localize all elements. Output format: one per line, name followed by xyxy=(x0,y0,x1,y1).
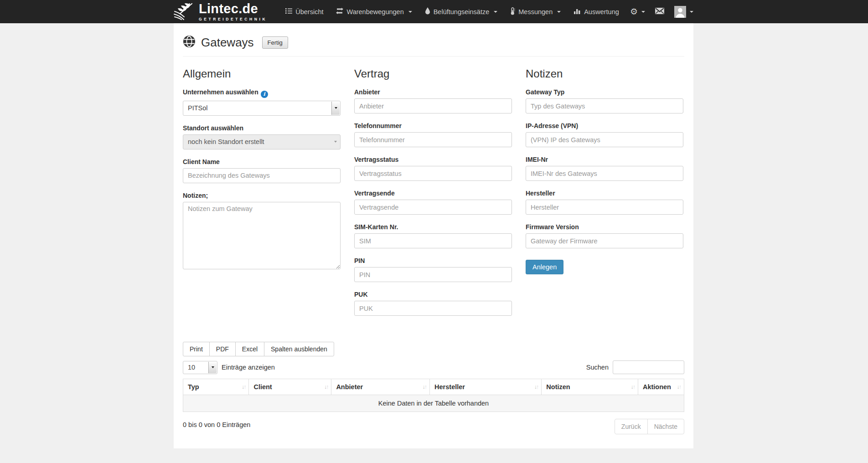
telefonnummer-field[interactable] xyxy=(354,132,512,147)
vertragsende-field[interactable] xyxy=(354,200,512,215)
vertragsende-label: Vertragsende xyxy=(354,190,512,197)
sim-karten-label: SIM-Karten Nr. xyxy=(354,223,512,231)
company-label-text: Unternehmen auswählen xyxy=(183,88,258,96)
nav-item-messungen[interactable]: Messungen xyxy=(504,0,567,23)
exchange-icon xyxy=(336,8,343,15)
hide-columns-button[interactable]: Spalten ausblenden xyxy=(264,342,334,356)
puk-field[interactable] xyxy=(354,301,512,316)
sort-icon: ↓↑ xyxy=(630,384,635,390)
search-label: Suchen xyxy=(586,364,609,371)
user-avatar-icon xyxy=(674,6,686,18)
nav-label: Belüftungseinsätze xyxy=(434,8,490,15)
select-arrow-icon[interactable] xyxy=(208,362,217,373)
column-header-notizen[interactable]: Notizen↓↑ xyxy=(542,379,638,395)
brand-logo[interactable]: Lintec.de GETREIDETECHNIK xyxy=(174,2,267,22)
telefonnummer-label: Telefonnummer xyxy=(354,122,512,129)
imei-nr-label: IMEI-Nr xyxy=(526,156,683,163)
column-label: Aktionen xyxy=(643,383,671,391)
pin-label: PIN xyxy=(354,257,512,264)
sort-icon: ↓↑ xyxy=(677,384,681,390)
nav-label: Warenbewegungen xyxy=(346,8,403,15)
page-length-value: 10 xyxy=(188,364,195,371)
sort-icon: ↓↑ xyxy=(534,384,538,390)
column-label: Client xyxy=(253,383,272,391)
select-arrow-icon[interactable] xyxy=(331,102,340,115)
vertragsstatus-label: Vertragsstatus xyxy=(354,156,512,163)
ip-adresse-field[interactable] xyxy=(526,132,683,147)
client-name-field[interactable] xyxy=(183,168,341,183)
section-heading: Notizen xyxy=(526,67,683,80)
imei-nr-field[interactable] xyxy=(526,166,683,181)
user-menu-button[interactable] xyxy=(674,6,693,18)
nav-item-auswertung[interactable]: Auswertung xyxy=(567,0,625,23)
company-label: Unternehmen auswähleni xyxy=(183,88,341,98)
table-info-text: 0 bis 0 von 0 Einträgen xyxy=(183,421,250,428)
section-notizen: Notizen Gateway Typ IP-Adresse (VPN) IME… xyxy=(526,57,683,324)
sort-icon: ↓↑ xyxy=(324,384,328,390)
company-select-value: PITSol xyxy=(188,104,208,112)
section-heading: Vertrag xyxy=(354,67,512,80)
brand-title: Lintec.de xyxy=(199,2,267,15)
column-header-client[interactable]: Client↓↑ xyxy=(249,379,331,395)
next-page-button[interactable]: Nächste xyxy=(647,419,684,434)
caret-down-icon xyxy=(641,11,645,13)
location-select[interactable]: noch kein Standort erstellt xyxy=(183,134,341,149)
wheat-logo-icon xyxy=(174,2,195,22)
pdf-button[interactable]: PDF xyxy=(209,342,236,356)
column-header-typ[interactable]: Typ↓↑ xyxy=(183,379,249,395)
ip-adresse-label: IP-Adresse (VPN) xyxy=(526,122,683,129)
content-card: Gateways Fertig Allgemein Unternehmen au… xyxy=(174,23,693,448)
print-button[interactable]: Print xyxy=(183,342,210,356)
client-name-label: Client Name xyxy=(183,158,341,165)
vertragsstatus-field[interactable] xyxy=(354,166,512,181)
gateway-typ-field[interactable] xyxy=(526,98,683,113)
gear-icon: ⚙ xyxy=(630,7,638,16)
empty-table-message: Keine Daten in der Tabelle vorhanden xyxy=(183,395,684,412)
sort-icon: ↓↑ xyxy=(242,384,246,390)
messages-button[interactable] xyxy=(655,8,664,16)
select-arrow-icon xyxy=(331,135,340,149)
navbar: Lintec.de GETREIDETECHNIK Übersicht xyxy=(0,0,868,23)
droplet-icon xyxy=(425,7,430,16)
nav-item-belueftungseinsaetze[interactable]: Belüftungseinsätze xyxy=(418,0,504,23)
sim-karten-field[interactable] xyxy=(354,233,512,248)
nav-label: Übersicht xyxy=(295,8,323,15)
settings-menu-button[interactable]: ⚙ xyxy=(630,7,645,16)
anlegen-button[interactable]: Anlegen xyxy=(526,260,563,274)
section-heading: Allgemein xyxy=(183,67,341,80)
main-nav: Übersicht Warenbewegungen Be xyxy=(279,0,625,23)
page-length-select[interactable]: 10 xyxy=(183,361,217,374)
column-header-hersteller[interactable]: Hersteller↓↑ xyxy=(430,379,542,395)
location-label: Standort auswählen xyxy=(183,124,341,132)
empty-table-row: Keine Daten in der Tabelle vorhanden xyxy=(183,395,684,412)
nav-label: Messungen xyxy=(518,8,553,15)
company-select[interactable]: PITSol xyxy=(183,101,341,116)
column-label: Hersteller xyxy=(434,383,465,391)
firmware-version-field[interactable] xyxy=(526,233,683,248)
location-select-value: noch kein Standort erstellt xyxy=(188,138,264,145)
sort-icon: ↓↑ xyxy=(423,384,427,390)
notes-field[interactable] xyxy=(183,202,341,269)
previous-page-button[interactable]: Zurück xyxy=(615,419,648,434)
hersteller-field[interactable] xyxy=(526,200,683,215)
table-header-row: Typ↓↑ Client↓↑ Anbieter↓↑ Hersteller↓↑ N… xyxy=(183,379,684,395)
gateways-table-section: Print PDF Excel Spalten ausblenden 10 Ei… xyxy=(183,342,684,434)
caret-down-icon xyxy=(690,11,693,13)
info-icon[interactable]: i xyxy=(261,91,268,98)
search-input[interactable] xyxy=(613,360,684,374)
nav-item-warenbewegungen[interactable]: Warenbewegungen xyxy=(330,0,418,23)
mail-icon xyxy=(655,8,664,16)
gateways-table: Typ↓↑ Client↓↑ Anbieter↓↑ Hersteller↓↑ N… xyxy=(183,379,684,412)
anbieter-field[interactable] xyxy=(354,98,512,113)
section-vertrag: Vertrag Anbieter Telefonnummer Vertragss… xyxy=(354,57,512,324)
nav-label: Auswertung xyxy=(584,8,619,15)
excel-button[interactable]: Excel xyxy=(235,342,264,356)
column-header-aktionen[interactable]: Aktionen↓↑ xyxy=(638,379,684,395)
caret-down-icon xyxy=(408,11,412,13)
caret-down-icon xyxy=(557,11,561,13)
column-header-anbieter[interactable]: Anbieter↓↑ xyxy=(331,379,430,395)
fertig-button[interactable]: Fertig xyxy=(262,36,288,49)
nav-item-uebersicht[interactable]: Übersicht xyxy=(279,0,330,23)
pin-field[interactable] xyxy=(354,267,512,282)
anbieter-label: Anbieter xyxy=(354,88,512,96)
